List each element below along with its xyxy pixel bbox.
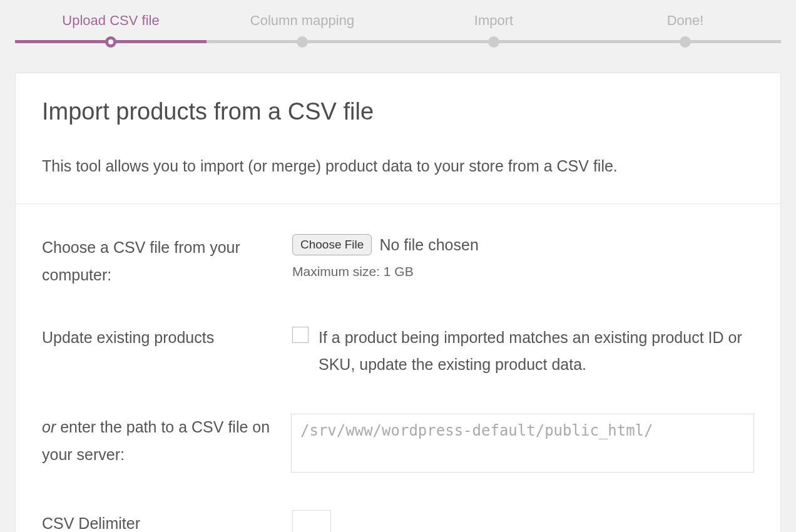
import-card: Import products from a CSV file This too… <box>15 73 781 532</box>
server-path-label: or enter the path to a CSV file on your … <box>42 414 291 469</box>
step-import[interactable]: Import <box>398 13 589 38</box>
step-dot-icon <box>105 36 116 48</box>
step-dot-icon <box>488 36 499 48</box>
form-row-delimiter: CSV Delimiter <box>42 510 754 532</box>
step-label: Import <box>398 13 589 38</box>
step-column-mapping[interactable]: Column mapping <box>207 13 398 38</box>
file-status-text: No file chosen <box>379 236 478 254</box>
delimiter-input[interactable] <box>292 510 331 532</box>
step-dot-icon <box>297 36 308 48</box>
card-header: Import products from a CSV file This too… <box>16 73 780 204</box>
step-dot-icon <box>680 36 691 48</box>
form-row-server-path: or enter the path to a CSV file on your … <box>42 414 754 475</box>
update-existing-checkbox[interactable] <box>292 327 309 343</box>
progress-stepper: Upload CSV file Column mapping Import Do… <box>15 13 781 51</box>
file-size-hint: Maximum size: 1 GB <box>292 264 754 279</box>
step-label: Column mapping <box>207 13 398 38</box>
update-existing-label: Update existing products <box>42 324 292 352</box>
form-row-choose-file: Choose a CSV file from your computer: Ch… <box>42 234 754 289</box>
file-chooser: Choose File No file chosen <box>292 234 754 255</box>
update-existing-description: If a product being imported matches an e… <box>319 324 754 379</box>
choose-file-button[interactable]: Choose File <box>292 234 372 255</box>
form-row-update-existing: Update existing products If a product be… <box>42 324 754 379</box>
choose-file-label: Choose a CSV file from your computer: <box>42 234 292 289</box>
step-upload-csv[interactable]: Upload CSV file <box>15 13 207 38</box>
step-label: Upload CSV file <box>15 13 207 38</box>
step-label: Done! <box>589 13 781 38</box>
card-body: Choose a CSV file from your computer: Ch… <box>16 204 780 532</box>
server-path-input[interactable] <box>291 414 754 473</box>
page-description: This tool allows you to import (or merge… <box>42 155 754 177</box>
page-title: Import products from a CSV file <box>42 98 754 125</box>
delimiter-label: CSV Delimiter <box>42 510 292 532</box>
step-done[interactable]: Done! <box>589 13 781 38</box>
